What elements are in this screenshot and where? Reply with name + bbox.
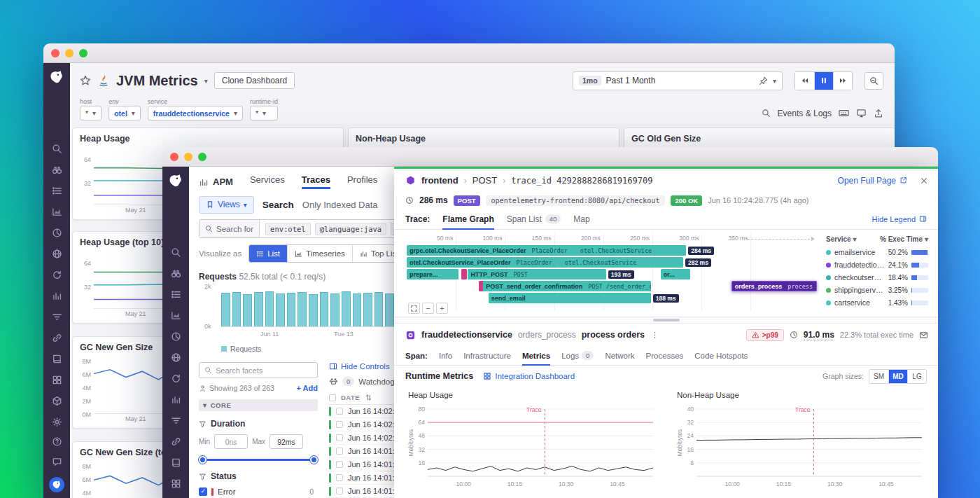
span-prepare...[interactable]: prepare... [407,269,458,279]
span-POST_send_order_confirmation[interactable]: POST_send_order_confirmationPOST /send_o… [483,281,650,291]
span-marker[interactable] [461,269,467,279]
span-or...[interactable]: or... [661,269,690,279]
area-chart-icon[interactable] [171,310,181,321]
list-icon[interactable] [171,289,181,300]
histogram-bar[interactable] [232,292,241,326]
trace-tab-span-list[interactable]: Span List 40 [507,209,561,230]
facet-section-core[interactable]: ▾CORE [199,399,318,411]
nav-services[interactable]: Services [250,174,285,189]
row-checkbox[interactable] [336,421,343,428]
trace-tab-flame-graph[interactable]: Flame Graph [442,209,493,230]
histogram-bar[interactable] [287,293,296,326]
apm-brand[interactable]: APM [199,177,233,187]
template-var-host[interactable]: host*▾ [80,98,102,120]
filter-icon[interactable] [52,312,62,322]
hide-legend-link[interactable]: Hide Legend [872,215,927,223]
span-tab-info[interactable]: Info [439,346,452,366]
slider-handle-min[interactable] [199,456,206,464]
fit-view-button[interactable] [408,303,420,314]
nav-profiles[interactable]: Profiles [347,174,377,189]
span-otel.CheckoutService_PlaceOrder[interactable]: otel.CheckoutService_PlaceOrderPlaceOrde… [407,257,683,268]
forward-button[interactable] [833,72,852,90]
duration-max-input[interactable]: 92ms [270,434,303,449]
grid-icon[interactable] [171,478,181,489]
graph-size-sm[interactable]: SM [869,370,888,383]
panel-divider[interactable] [394,317,938,324]
row-checkbox[interactable] [336,474,343,481]
legend-exec-header[interactable]: % Exec Time [880,235,923,243]
link-icon[interactable] [52,333,62,343]
histogram-bar[interactable] [320,292,329,326]
share-icon[interactable] [874,109,883,118]
histogram-bar[interactable] [221,293,230,326]
graph-size-md[interactable]: MD [888,370,907,383]
close-window-button[interactable] [51,49,59,57]
template-var-env[interactable]: envotel▾ [108,98,141,120]
add-facet-button[interactable]: + Add [297,384,318,392]
span-orders_process[interactable]: orders_processprocess _ [732,281,817,291]
row-checkbox[interactable] [336,434,343,441]
select-all-checkbox[interactable] [329,394,336,401]
legend-service-header[interactable]: Service [826,235,851,243]
book-icon[interactable] [171,457,181,468]
row-checkbox[interactable] [336,487,343,494]
link-icon[interactable] [171,436,181,447]
span-tab-metrics[interactable]: Metrics [522,346,550,366]
span-tab-infrastructure[interactable]: Infrastructure [463,346,511,366]
help-icon[interactable] [52,436,62,447]
breadcrumb-service[interactable]: frontend [421,175,458,186]
duration-slider[interactable] [199,456,318,464]
histogram-bar[interactable] [363,293,372,326]
title-chevron-icon[interactable]: ▾ [204,77,208,85]
gear-icon[interactable] [52,417,62,427]
grid-icon[interactable] [52,375,62,385]
histogram-bar[interactable] [276,293,285,326]
span-service[interactable]: frauddetectionservice [421,330,512,340]
open-full-page-link[interactable]: Open Full Page [838,176,907,186]
duration-min-input[interactable]: 0ns [214,434,248,449]
minimize-window-button[interactable] [184,153,192,161]
cube-icon[interactable] [52,396,62,406]
legend-row-frauddetection[interactable]: frauddetection...24.1% [826,258,928,271]
nav-traces[interactable]: Traces [302,174,330,189]
favorite-star-icon[interactable] [80,75,91,86]
refresh-icon[interactable] [171,373,181,384]
views-button[interactable]: Views ▾ [199,196,254,214]
time-chevron-icon[interactable]: ▾ [773,77,776,85]
histogram-bar[interactable] [374,292,384,326]
datadog-logo-icon[interactable] [168,173,183,188]
legend-row-cartservice[interactable]: cartservice1.43% [826,296,928,309]
visualize-timeseries[interactable]: Timeseries [287,245,352,262]
zoom-in-button[interactable]: + [436,303,448,314]
kebab-menu-icon[interactable] [650,331,659,340]
facet-duration[interactable]: Duration [199,419,318,429]
events-search-icon[interactable] [762,109,771,118]
keyboard-icon[interactable] [839,108,849,118]
span-tab-logs[interactable]: Logs 0 [561,346,594,366]
time-range-picker[interactable]: 1mo Past 1 Month ▾ [573,71,783,90]
bar-chart-icon[interactable] [52,291,62,301]
breadcrumb-method[interactable]: POST [472,175,497,186]
legend-row-emailservice[interactable]: emailservice50.2% [826,246,928,258]
facet-error-row[interactable]: Error 0 [199,487,318,496]
window-titlebar[interactable] [43,43,895,63]
histogram-bar[interactable] [265,291,274,326]
histogram-bar[interactable] [353,293,362,326]
close-panel-icon[interactable] [920,177,928,185]
datadog-logo-icon[interactable] [49,69,64,85]
histogram-bar[interactable] [309,294,318,326]
legend-row-checkoutservice[interactable]: checkoutservice18.4% [826,271,928,284]
close-window-button[interactable] [170,153,178,161]
search-icon[interactable] [171,247,181,258]
globe-icon[interactable] [52,249,62,259]
rewind-button[interactable] [795,72,814,90]
filter-icon[interactable] [171,415,181,426]
fullscreen-icon[interactable] [856,108,867,118]
pause-button[interactable] [814,72,833,90]
endpoint-pill[interactable]: opentelemetry-frontend:8080/api/checkout [486,195,666,206]
template-var-service[interactable]: servicefrauddetectionservice▾ [148,98,243,120]
span-tab-network[interactable]: Network [605,346,634,366]
span-grpc.otel.CheckoutService_PlaceOrder[interactable]: grpc.otel.CheckoutService_PlaceOrderPlac… [407,245,686,256]
pie-icon[interactable] [52,228,62,238]
histogram-bar[interactable] [342,291,351,326]
